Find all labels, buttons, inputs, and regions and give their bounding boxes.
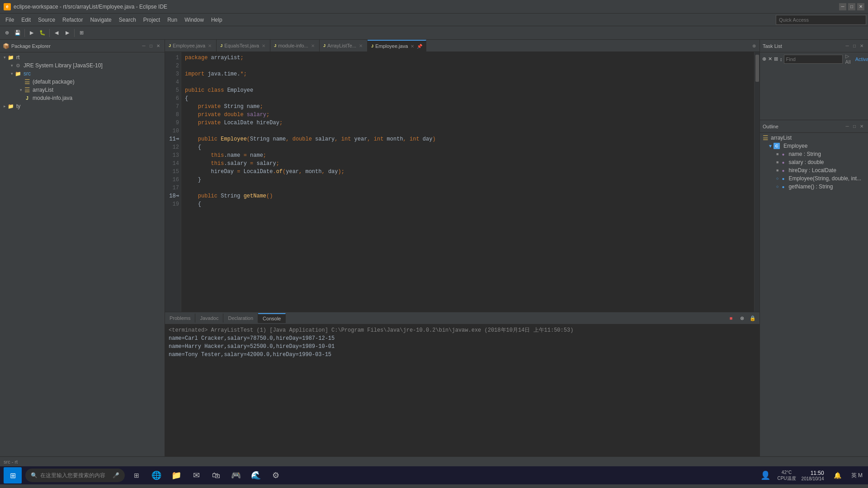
minimize-panel-button[interactable]: ─: [140, 42, 147, 50]
quick-access-input[interactable]: [776, 15, 866, 25]
tree-label-arraylist: arrayList: [33, 87, 53, 93]
tree-item-jre[interactable]: ▾ ⚙ JRE System Library [JavaSE-10]: [0, 61, 165, 70]
task-new-button[interactable]: ⊕: [762, 54, 767, 64]
tab-close-4[interactable]: ✕: [358, 43, 363, 48]
task-find-input[interactable]: [784, 55, 843, 64]
right-panel: Task List ─ □ ✕ ⊕ ✕ ⊞ ↕ ▷ All Activate..…: [760, 40, 868, 456]
outline-item-getname[interactable]: ○ ● getName() : String: [760, 183, 868, 191]
scrollbar-thumb[interactable]: [755, 55, 759, 82]
menu-navigate[interactable]: Navigate: [86, 15, 115, 25]
outline-item-arraylist[interactable]: ☰ arrayList: [760, 134, 868, 142]
outline-item-salary[interactable]: ■ ● salary : double: [760, 158, 868, 166]
menu-edit[interactable]: Edit: [18, 15, 34, 25]
maximize-panel-button[interactable]: □: [147, 42, 155, 50]
menu-search[interactable]: Search: [115, 15, 140, 25]
menu-file[interactable]: File: [2, 15, 18, 25]
sys-temperature: 42°C CPU温度: [777, 469, 796, 481]
bottom-tabs: Problems Javadoc Declaration Console ■ ⊗…: [165, 312, 760, 324]
close-button[interactable]: ✕: [857, 3, 864, 10]
outline-icon-salary: ●: [779, 159, 787, 165]
task-delete-button[interactable]: ✕: [768, 54, 773, 64]
toolbar-debug-button[interactable]: 🐛: [38, 28, 47, 38]
tab-equalstest[interactable]: J EqualsTest.java ✕: [217, 40, 270, 52]
toolbar-run-button[interactable]: ▶: [27, 28, 37, 38]
taskbar-people[interactable]: 👤: [757, 467, 774, 483]
outline-item-hireday[interactable]: ■ ● hireDay : LocalDate: [760, 166, 868, 174]
taskbar-task-view[interactable]: ⊞: [128, 467, 145, 483]
toolbar-back-button[interactable]: ◀: [52, 28, 61, 38]
tab-problems[interactable]: Problems: [165, 314, 195, 323]
package-icon: 📦: [3, 43, 9, 49]
toolbar-forward-button[interactable]: ▶: [62, 28, 72, 38]
tab-close-1[interactable]: ✕: [207, 43, 212, 48]
menu-refactor[interactable]: Refactor: [59, 15, 86, 25]
toolbar-new-button[interactable]: ⊕: [2, 28, 12, 38]
taskbar-store[interactable]: 🛍: [208, 467, 224, 483]
task-all-button[interactable]: ▷ All: [844, 53, 853, 65]
outline-label-arraylist: arrayList: [771, 135, 792, 141]
tree-item-src[interactable]: ▾ 📁 src: [0, 70, 165, 78]
code-content[interactable]: package arrayList; import java.time.*; p…: [181, 52, 754, 312]
taskbar-edge[interactable]: 🌐: [148, 467, 165, 483]
taskbar-app1[interactable]: 🎮: [228, 467, 244, 483]
taskbar-settings[interactable]: ⚙: [268, 467, 284, 483]
outline-tree: ☰ arrayList ▾ C Employee ■ ● name : Stri…: [760, 133, 868, 456]
menu-project[interactable]: Project: [140, 15, 164, 25]
tab-close-2[interactable]: ✕: [261, 43, 266, 48]
tab-module-info[interactable]: J module-info... ✕: [270, 40, 320, 52]
tree-arrow-ty: ▸: [2, 104, 7, 108]
outline-minimize-button[interactable]: ─: [844, 123, 851, 130]
task-sort-button[interactable]: ↕: [779, 54, 783, 64]
menu-run[interactable]: Run: [164, 15, 181, 25]
tab-menu-button[interactable]: ⊕: [750, 42, 758, 49]
close-panel-button[interactable]: ✕: [155, 42, 162, 50]
start-button[interactable]: ⊞: [4, 467, 22, 483]
outline-maximize-button[interactable]: □: [851, 123, 858, 130]
tree-item-default-pkg[interactable]: ▸ ☰ (default package): [0, 78, 165, 86]
taskbar-browser[interactable]: 🌊: [248, 467, 264, 483]
tab-employee-java-1[interactable]: J Employee.java ✕: [165, 40, 217, 52]
outline-label-hireday: hireDay : LocalDate: [788, 167, 836, 174]
menubar: File Edit Source Refactor Navigate Searc…: [0, 14, 868, 26]
taskbar-clock[interactable]: 11:50 2018/10/14: [800, 470, 826, 481]
taskbar-explorer[interactable]: 📁: [168, 467, 184, 483]
task-minimize-button[interactable]: ─: [844, 42, 851, 50]
tab-javadoc[interactable]: Javadoc: [195, 314, 223, 323]
outline-close-button[interactable]: ✕: [858, 123, 865, 130]
outline-item-employee[interactable]: ▾ C Employee: [760, 142, 868, 150]
console-scroll-lock-button[interactable]: 🔒: [748, 313, 758, 323]
toolbar-perspective-button[interactable]: ⊞: [76, 28, 86, 38]
toolbar-separator-3: [74, 29, 75, 37]
tree-item-ty[interactable]: ▸ 📁 ty: [0, 102, 165, 110]
task-activate-button[interactable]: Activate...: [854, 56, 868, 62]
tab-close-3[interactable]: ✕: [310, 43, 316, 48]
minimize-button[interactable]: ─: [839, 3, 846, 10]
toolbar-save-button[interactable]: 💾: [13, 28, 23, 38]
tab-declaration[interactable]: Declaration: [223, 314, 258, 323]
tab-icon-3: J: [274, 43, 276, 48]
outline-item-name[interactable]: ■ ● name : String: [760, 150, 868, 158]
console-stop-button[interactable]: ■: [726, 313, 736, 323]
tab-console[interactable]: Console: [258, 313, 286, 323]
tree-item-module-info[interactable]: ▸ J module-info.java: [0, 94, 165, 102]
console-clear-button[interactable]: ⊗: [737, 313, 747, 323]
menu-source[interactable]: Source: [34, 15, 59, 25]
menu-window[interactable]: Window: [181, 15, 208, 25]
maximize-button[interactable]: □: [848, 3, 855, 10]
task-maximize-button[interactable]: □: [851, 42, 858, 50]
menu-help[interactable]: Help: [208, 15, 226, 25]
editor-scrollbar[interactable]: [754, 52, 760, 312]
taskbar-notification[interactable]: 🔔: [830, 467, 846, 483]
outline-item-constructor[interactable]: ○ ● Employee(String, double, int...: [760, 174, 868, 183]
tab-close-5[interactable]: ✕: [410, 43, 415, 49]
tab-employee-java-active[interactable]: J Employee.java ✕ 📌: [368, 40, 426, 52]
task-close-button[interactable]: ✕: [858, 42, 865, 50]
taskbar-mail[interactable]: ✉: [188, 467, 204, 483]
tree-item-arraylist[interactable]: ▾ ☰ arrayList: [0, 86, 165, 94]
tab-arraylistte[interactable]: J ArrayListTe... ✕: [320, 40, 368, 52]
taskbar-search[interactable]: 🔍 在这里输入您要搜索的内容 🎤: [25, 469, 125, 482]
task-filter-button[interactable]: ⊞: [774, 54, 778, 64]
clock-date: 2018/10/14: [802, 476, 824, 481]
tree-item-rt[interactable]: ▾ 📁 rt: [0, 53, 165, 61]
task-list-title: Task List: [763, 43, 844, 49]
